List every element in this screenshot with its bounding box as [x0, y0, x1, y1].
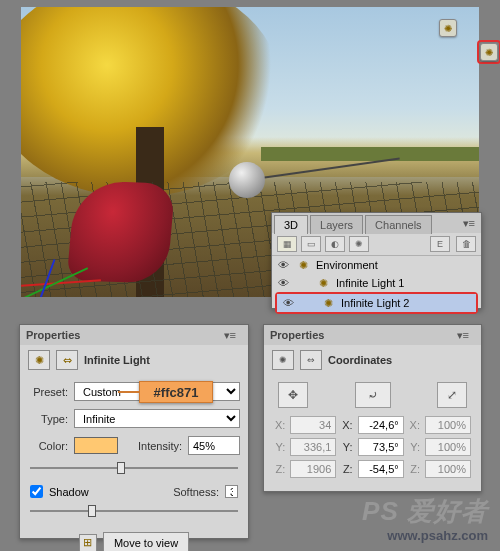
scale-y-input[interactable]: [425, 438, 471, 456]
scale-tool-icon[interactable]: ⤢: [437, 382, 467, 408]
panel-properties-coordinates: Properties ▾≡ ✺ ⇔ Coordinates ✥ ⤾ ⤢ X: X…: [263, 324, 482, 492]
layer-label: Infinite Light 2: [341, 297, 410, 309]
shadow-label: Shadow: [49, 486, 89, 498]
light-icon: ✺: [316, 277, 330, 290]
hedge: [261, 147, 479, 161]
panel-3d: 3D Layers Channels ▾≡ ▦ ▭ ◐ ✺ E 🗑 👁 ✺ En…: [271, 212, 482, 309]
axis-label-rot: Y:: [341, 441, 352, 453]
layer-infinite-light-2[interactable]: 👁 ✺ Infinite Light 2: [277, 294, 476, 312]
pos-z-input[interactable]: [290, 460, 336, 478]
axis-label-pos: Y:: [274, 441, 285, 453]
color-swatch[interactable]: [74, 437, 118, 454]
intensity-input[interactable]: [188, 436, 240, 455]
axis-label-rot: Z:: [341, 463, 352, 475]
rot-z-input[interactable]: [358, 460, 404, 478]
axis-label-rot: X:: [341, 419, 352, 431]
filter-meshes-icon[interactable]: ▭: [301, 236, 321, 252]
intensity-label: Intensity:: [138, 440, 182, 452]
tab-3d[interactable]: 3D: [274, 215, 308, 234]
heading-text: Coordinates: [328, 354, 392, 366]
move-tool-icon[interactable]: ✥: [278, 382, 308, 408]
light-coords-icon[interactable]: ⇔: [56, 350, 78, 370]
delete-icon[interactable]: 🗑: [456, 236, 476, 252]
watermark-url: www.psahz.com: [387, 528, 488, 543]
coord-row-z: Z: Z: Z:: [274, 460, 471, 478]
tab-layers[interactable]: Layers: [310, 215, 363, 234]
scale-z-input[interactable]: [425, 460, 471, 478]
preset-label: Preset:: [28, 386, 68, 398]
axis-label-scale: Z:: [409, 463, 420, 475]
coord-row-x: X: X: X:: [274, 416, 471, 434]
filter-e-icon[interactable]: E: [430, 236, 450, 252]
softness-input[interactable]: [225, 485, 238, 498]
filter-materials-icon[interactable]: ◐: [325, 236, 345, 252]
pos-y-input[interactable]: [290, 438, 336, 456]
panel-properties-light: Properties ▾≡ ✺ ⇔ Infinite Light Preset:…: [19, 324, 249, 539]
filter-lights-icon[interactable]: ✺: [349, 236, 369, 252]
axis-gizmo[interactable]: [21, 267, 111, 297]
softness-slider[interactable]: [30, 504, 238, 518]
light-icon: ✺: [321, 297, 335, 310]
light-category-icon[interactable]: ✺: [272, 350, 294, 370]
slider-thumb[interactable]: [117, 462, 125, 474]
visibility-icon[interactable]: 👁: [276, 277, 290, 289]
rotate-tool-icon[interactable]: ⤾: [355, 382, 391, 408]
highlight-light-widget: ✺: [477, 40, 500, 64]
scale-x-input[interactable]: [425, 416, 471, 434]
type-select[interactable]: Infinite: [74, 409, 240, 428]
panel-toolbar: ▦ ▭ ◐ ✺ E 🗑: [272, 233, 481, 256]
shadow-checkbox[interactable]: [30, 485, 43, 498]
light-widget-b[interactable]: ✺: [480, 43, 498, 61]
slider-thumb[interactable]: [88, 505, 96, 517]
environment-icon: ✺: [296, 259, 310, 272]
callout-color-hex: #ffc871: [139, 381, 213, 403]
layer-label: Infinite Light 1: [336, 277, 405, 289]
color-label: Color:: [28, 440, 68, 452]
light-widget-a[interactable]: ✺: [439, 19, 457, 37]
title-text: Properties: [270, 329, 324, 341]
panel-title: Properties ▾≡: [20, 325, 248, 345]
panel-title: Properties ▾≡: [264, 325, 481, 345]
softness-label: Softness:: [173, 486, 219, 498]
move-to-view-button[interactable]: Move to view: [103, 532, 189, 551]
layer-environment[interactable]: 👁 ✺ Environment: [272, 256, 481, 274]
axis-label-scale: Y:: [409, 441, 420, 453]
rot-y-input[interactable]: [358, 438, 404, 456]
axis-label-pos: Z:: [274, 463, 285, 475]
rot-x-input[interactable]: [358, 416, 404, 434]
highlight-selected-layer: 👁 ✺ Infinite Light 2: [275, 292, 478, 314]
layer-label: Environment: [316, 259, 378, 271]
panel-menu-icon[interactable]: ▾≡: [218, 326, 242, 345]
panel-menu-icon[interactable]: ▾≡: [451, 326, 475, 345]
watermark-logo: PS 爱好者: [362, 494, 488, 529]
tab-channels[interactable]: Channels: [365, 215, 431, 234]
title-text: Properties: [26, 329, 80, 341]
filter-whole-scene-icon[interactable]: ▦: [277, 236, 297, 252]
heading-text: Infinite Light: [84, 354, 150, 366]
coordinate-grid: X: X: X: Y: Y: Y: Z: Z: Z:: [264, 416, 481, 478]
move-to-view-icon: ⊞: [79, 534, 97, 552]
light-category-icon[interactable]: ✺: [28, 350, 50, 370]
intensity-slider[interactable]: [30, 461, 238, 475]
axis-label-scale: X:: [409, 419, 420, 431]
coordinates-category-icon[interactable]: ⇔: [300, 350, 322, 370]
panel-tabs: 3D Layers Channels ▾≡: [272, 213, 481, 233]
panel-menu-icon[interactable]: ▾≡: [457, 214, 481, 233]
axis-label-pos: X:: [274, 419, 285, 431]
coord-row-y: Y: Y: Y:: [274, 438, 471, 456]
visibility-icon[interactable]: 👁: [276, 259, 290, 271]
light-gizmo-sphere[interactable]: [229, 162, 265, 198]
pos-x-input[interactable]: [290, 416, 336, 434]
type-label: Type:: [28, 413, 68, 425]
layer-infinite-light-1[interactable]: 👁 ✺ Infinite Light 1: [272, 274, 481, 292]
visibility-icon[interactable]: 👁: [281, 297, 295, 309]
